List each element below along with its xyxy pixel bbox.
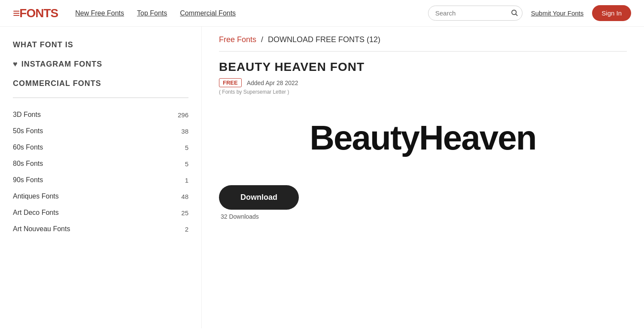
font-preview-area: BeautyHeaven <box>219 99 627 177</box>
logo[interactable]: ≡FONTS <box>13 6 58 20</box>
sidebar-item-90s-fonts[interactable]: 90s Fonts 1 <box>13 172 188 188</box>
sidebar-item-count: 38 <box>181 128 188 135</box>
instagram-fonts-label: INSTAGRAM FONTS <box>21 60 103 69</box>
nav-new-free-fonts[interactable]: New Free Fonts <box>75 9 124 17</box>
breadcrumb-separator: / <box>261 35 263 44</box>
search-input[interactable] <box>428 6 522 21</box>
sidebar-item-art-nouveau-fonts[interactable]: Art Nouveau Fonts 2 <box>13 221 188 237</box>
sidebar-item-count: 5 <box>185 144 188 151</box>
search-icon <box>510 9 518 16</box>
submit-your-fonts-link[interactable]: Submit Your Fonts <box>531 9 584 17</box>
search-container <box>428 6 522 21</box>
font-title: BEAUTY HEAVEN FONT <box>219 60 627 74</box>
sidebar-item-art-deco-fonts[interactable]: Art Deco Fonts 25 <box>13 205 188 221</box>
main-layout: WHAT FONT IS ♥ INSTAGRAM FONTS COMMERCIA… <box>0 27 644 328</box>
free-badge: FREE <box>219 78 242 87</box>
sidebar-item-label: Art Deco Fonts <box>13 209 59 217</box>
sidebar-item-label: 60s Fonts <box>13 144 43 151</box>
sidebar-item-instagram-fonts[interactable]: ♥ INSTAGRAM FONTS <box>13 55 188 74</box>
signin-button[interactable]: Sign In <box>592 5 631 21</box>
search-button[interactable] <box>510 9 518 18</box>
logo-text: ≡FONTS <box>13 6 58 20</box>
sidebar-item-label: 90s Fonts <box>13 176 43 184</box>
added-date: Added Apr 28 2022 <box>247 79 298 86</box>
nav: New Free Fonts Top Fonts Commercial Font… <box>75 9 419 17</box>
sidebar-item-count: 296 <box>178 111 188 119</box>
font-meta: FREE Added Apr 28 2022 <box>219 78 627 87</box>
sidebar-item-label: 50s Fonts <box>13 127 43 135</box>
heart-icon: ♥ <box>13 60 18 69</box>
header: ≡FONTS New Free Fonts Top Fonts Commerci… <box>0 0 644 27</box>
sidebar-item-80s-fonts[interactable]: 80s Fonts 5 <box>13 156 188 172</box>
breadcrumb: Free Fonts / DOWNLOAD FREE FONTS (12) <box>219 35 627 52</box>
sidebar-item-antiques-fonts[interactable]: Antiques Fonts 48 <box>13 188 188 205</box>
breadcrumb-current: DOWNLOAD FREE FONTS (12) <box>268 35 380 44</box>
sidebar-item-count: 2 <box>185 226 188 233</box>
sidebar-item-60s-fonts[interactable]: 60s Fonts 5 <box>13 139 188 156</box>
svg-line-1 <box>516 14 517 15</box>
sidebar: WHAT FONT IS ♥ INSTAGRAM FONTS COMMERCIA… <box>0 27 202 328</box>
sidebar-item-count: 5 <box>185 160 188 168</box>
main-content: Free Fonts / DOWNLOAD FREE FONTS (12) BE… <box>202 27 644 328</box>
download-button[interactable]: Download <box>219 185 299 210</box>
sidebar-item-count: 1 <box>185 177 188 184</box>
sidebar-item-commercial-fonts[interactable]: COMMERCIAL FONTS <box>13 74 188 93</box>
download-count: 32 Downloads <box>221 213 627 220</box>
sidebar-item-count: 48 <box>181 193 188 200</box>
sidebar-item-50s-fonts[interactable]: 50s Fonts 38 <box>13 123 188 139</box>
sidebar-item-label: 80s Fonts <box>13 160 43 168</box>
sidebar-divider <box>13 98 188 98</box>
nav-top-fonts[interactable]: Top Fonts <box>137 9 167 17</box>
sidebar-item-label: 3D Fonts <box>13 111 41 119</box>
sidebar-item-what-font-is[interactable]: WHAT FONT IS <box>13 35 188 55</box>
sidebar-item-3d-fonts[interactable]: 3D Fonts 296 <box>13 107 188 123</box>
breadcrumb-free-fonts-link[interactable]: Free Fonts <box>219 35 256 44</box>
font-author: ( Fonts by Supersemar Letter ) <box>219 89 627 95</box>
sidebar-item-count: 25 <box>181 209 188 217</box>
font-preview-text: BeautyHeaven <box>310 121 536 155</box>
sidebar-item-label: Art Nouveau Fonts <box>13 225 70 233</box>
nav-commercial-fonts[interactable]: Commercial Fonts <box>180 9 236 17</box>
sidebar-item-label: Antiques Fonts <box>13 192 59 200</box>
